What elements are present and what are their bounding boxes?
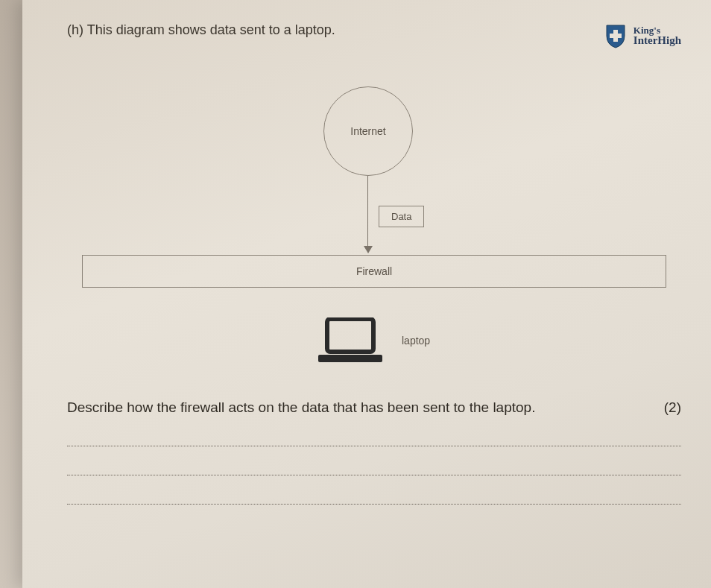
svg-rect-2: [327, 319, 373, 352]
question-row: Describe how the firewall acts on the da…: [67, 399, 681, 416]
laptop-group: laptop: [317, 317, 430, 364]
worksheet-page: (h) This diagram shows data sent to a la…: [22, 0, 711, 588]
network-diagram: Internet Data Firewall laptop: [67, 86, 681, 370]
intro-text: This diagram shows data sent to a laptop…: [87, 22, 335, 37]
marks-label: (2): [664, 399, 681, 416]
svg-rect-1: [610, 34, 622, 38]
firewall-label: Firewall: [356, 265, 392, 277]
data-node: Data: [379, 206, 424, 227]
arrow-head-icon: [364, 246, 373, 253]
svg-rect-3: [318, 355, 382, 362]
header-row: (h) This diagram shows data sent to a la…: [67, 22, 681, 49]
firewall-node: Firewall: [82, 255, 666, 288]
laptop-label: laptop: [402, 335, 430, 347]
answer-line: [67, 504, 681, 505]
answer-line: [67, 446, 681, 446]
internet-label: Internet: [350, 125, 385, 137]
arrow-line: [367, 176, 368, 249]
internet-node: Internet: [323, 86, 413, 176]
question-label: (h): [67, 22, 83, 37]
school-logo: King's InterHigh: [602, 22, 681, 49]
data-label: Data: [391, 211, 411, 222]
answer-line: [67, 475, 681, 475]
logo-text: King's InterHigh: [633, 25, 681, 46]
laptop-icon: [317, 317, 384, 364]
logo-text-line2: InterHigh: [633, 35, 681, 46]
shield-icon: [602, 22, 629, 49]
question-intro: (h) This diagram shows data sent to a la…: [67, 22, 335, 38]
question-text: Describe how the firewall acts on the da…: [67, 399, 535, 416]
